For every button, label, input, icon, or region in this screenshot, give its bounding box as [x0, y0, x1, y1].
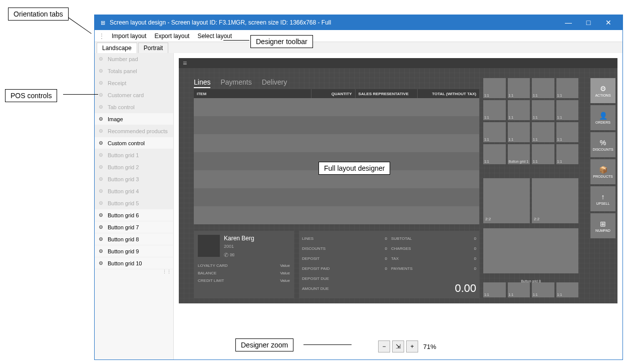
control-button-grid-9[interactable]: ⚙Button grid 9 [95, 245, 173, 257]
side-orders-button[interactable]: 👤ORDERS [590, 105, 615, 130]
phone-icon[interactable]: ✆ [224, 252, 228, 258]
tab-portrait[interactable]: Portrait [138, 43, 169, 53]
line-row[interactable] [194, 188, 479, 206]
grid-button[interactable]: 1:1 [532, 282, 554, 297]
orientation-tabs: Landscape Portrait [95, 42, 622, 53]
mail-icon[interactable]: ✉ [230, 252, 234, 258]
control-customer-card[interactable]: ⚙Customer card [95, 89, 173, 101]
grid-button[interactable]: 1:1 [483, 122, 506, 142]
control-button-grid-5[interactable]: ⚙Button grid 5 [95, 197, 173, 209]
grid-button[interactable]: 1:1 [556, 100, 579, 120]
select-layout-button[interactable]: Select layout [193, 32, 236, 41]
callout-full-layout: Full layout designer [319, 162, 390, 175]
side-action-bar: ⚙ACTIONS 👤ORDERS %DISCOUNTS 📦PRODUCTS ↑U… [590, 78, 615, 238]
gear-icon: ⚙ [99, 188, 105, 194]
grid-button[interactable]: 1:1 [532, 144, 554, 164]
tab-lines[interactable]: Lines [194, 78, 210, 88]
callout-pos-controls: POS controls [5, 89, 57, 102]
titlebar: ⊞ Screen layout design - Screen layout I… [95, 15, 622, 30]
control-tab-control[interactable]: ⚙Tab control [95, 101, 173, 113]
grid-button[interactable]: 1:1 [556, 78, 579, 98]
side-discounts-button[interactable]: %DISCOUNTS [590, 132, 615, 157]
grid-button[interactable]: 1:1 [483, 282, 506, 297]
avatar [198, 235, 220, 257]
lines-rows[interactable] [194, 98, 479, 224]
gear-icon: ⚙ [99, 140, 105, 146]
window-title: Screen layout design - Screen layout ID:… [110, 19, 558, 26]
grid-button[interactable]: 1:1 [483, 78, 506, 98]
resize-grip[interactable]: ⋮⋮ [95, 269, 173, 275]
tab-delivery[interactable]: Delivery [262, 78, 287, 88]
grid-button[interactable]: Button grid 1 [508, 144, 530, 164]
grid-button[interactable]: 1:1 [508, 100, 530, 120]
line-row[interactable] [194, 206, 479, 224]
hamburger-icon[interactable]: ≡ [183, 59, 187, 67]
col-sales-rep: SALES REPRESENTATIVE [356, 89, 418, 98]
side-actions-button[interactable]: ⚙ACTIONS [590, 78, 615, 103]
grid-button[interactable]: 2:2 [483, 178, 530, 223]
grid-button[interactable]: 1:1 [556, 122, 579, 142]
gear-icon: ⚙ [99, 128, 105, 134]
button-grid-2[interactable]: 2:2 2:2 [483, 178, 578, 223]
gear-icon: ⚙ [99, 68, 105, 74]
zoom-in-button[interactable]: + [406, 340, 418, 352]
control-button-grid-1[interactable]: ⚙Button grid 1 [95, 149, 173, 161]
control-button-grid-3[interactable]: ⚙Button grid 3 [95, 173, 173, 185]
grid-button[interactable]: 1:1 [508, 78, 530, 98]
col-total: TOTAL (WITHOUT TAX) [418, 89, 479, 98]
amount-due-value: 0.00 [391, 282, 476, 295]
control-button-grid-4[interactable]: ⚙Button grid 4 [95, 185, 173, 197]
side-products-button[interactable]: 📦PRODUCTS [590, 159, 615, 184]
control-totals-panel[interactable]: ⚙Totals panel [95, 65, 173, 77]
control-number-pad[interactable]: ⚙Number pad [95, 53, 173, 65]
grid-button[interactable]: 1:1 [556, 144, 579, 164]
layout-canvas[interactable]: ≡ Lines Payments Delivery ITEM QUANTITY … [179, 58, 617, 303]
control-button-grid-2[interactable]: ⚙Button grid 2 [95, 161, 173, 173]
control-button-grid-10[interactable]: ⚙Button grid 10 [95, 257, 173, 269]
minimize-button[interactable]: — [558, 15, 578, 30]
button-grid-bottom[interactable]: Button grid 8 1:1 1:1 1:1 1:1 [483, 228, 578, 297]
customer-card[interactable]: Karen Berg 2001 ✆ ✉ LOYALTY CARDValue BA… [194, 231, 294, 298]
grid-button[interactable]: 1:1 [508, 282, 530, 297]
zoom-out-button[interactable]: − [378, 340, 390, 352]
export-layout-button[interactable]: Export layout [150, 32, 193, 41]
orders-icon: 👤 [599, 112, 607, 120]
grid-button[interactable]: 1:1 [556, 282, 579, 297]
callout-orientation: Orientation tabs [8, 8, 69, 21]
tab-payments[interactable]: Payments [220, 78, 251, 88]
grid-button[interactable]: 1:1 [483, 144, 506, 164]
import-layout-button[interactable]: Import layout [108, 32, 150, 41]
tab-landscape[interactable]: Landscape [97, 43, 137, 53]
numpad-icon: ⊞ [600, 220, 606, 228]
app-icon: ⊞ [99, 19, 107, 27]
side-upsell-button[interactable]: ↑UPSELL [590, 186, 615, 211]
grid-button[interactable]: 1:1 [532, 100, 554, 120]
grid-button[interactable]: 1:1 [508, 122, 530, 142]
line-row[interactable] [194, 98, 479, 116]
control-button-grid-8[interactable]: ⚙Button grid 8 [95, 233, 173, 245]
control-receipt[interactable]: ⚙Receipt [95, 77, 173, 89]
side-numpad-button[interactable]: ⊞NUMPAD [590, 213, 615, 238]
control-button-grid-7[interactable]: ⚙Button grid 7 [95, 221, 173, 233]
upsell-icon: ↑ [601, 193, 605, 201]
col-item: ITEM [194, 89, 311, 98]
close-button[interactable]: ✕ [598, 15, 618, 30]
designer-toolbar: ⋮ Import layout Export layout Select lay… [95, 30, 622, 42]
grid-button[interactable] [483, 228, 578, 273]
grid-button[interactable]: 1:1 [483, 100, 506, 120]
grid-button[interactable]: 2:2 [532, 178, 578, 223]
totals-panel[interactable]: LINES0 SUBTOTAL0 DISCOUNTS0 CHARGES0 DEP… [299, 231, 479, 298]
control-button-grid-6[interactable]: ⚙Button grid 6 [95, 209, 173, 221]
control-custom-control[interactable]: ⚙Custom control [95, 137, 173, 149]
line-row[interactable] [194, 116, 479, 134]
control-image[interactable]: ⚙Image [95, 113, 173, 125]
grid-button[interactable]: 1:1 [532, 78, 554, 98]
customer-name: Karen Berg [224, 235, 254, 242]
grid-button[interactable]: 1:1 [532, 122, 554, 142]
zoom-fit-button[interactable]: ⇲ [392, 340, 404, 352]
gear-icon: ⚙ [99, 116, 105, 122]
button-grid-1[interactable]: 1:11:11:11:1 1:11:11:11:1 1:11:11:11:1 1… [483, 78, 578, 166]
control-recommended-products[interactable]: ⚙Recommended products [95, 125, 173, 137]
line-row[interactable] [194, 134, 479, 152]
maximize-button[interactable]: □ [578, 15, 598, 30]
